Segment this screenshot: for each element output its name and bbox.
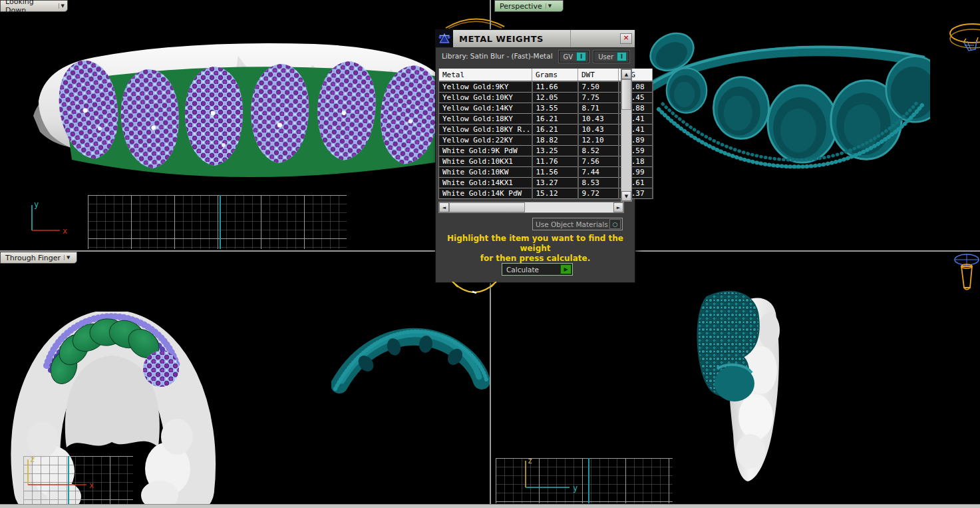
axis-label-y: y — [34, 200, 39, 209]
user-button-label: User — [598, 53, 613, 61]
wireframe-ring-icon — [947, 19, 980, 72]
gimbal-arc-top — [444, 16, 506, 29]
viewport-label-text: Perspective — [500, 2, 542, 11]
vertical-scroll-thumb[interactable] — [621, 79, 631, 110]
viewport-label-perspective[interactable]: Perspective ▼ — [494, 0, 564, 12]
gv-button[interactable]: GV I — [559, 51, 589, 63]
user-button[interactable]: User I — [593, 51, 629, 63]
axis-label-z: z — [30, 455, 35, 464]
gv-indicator: I — [576, 52, 586, 61]
vertical-scrollbar[interactable]: ▲ ▼ — [621, 69, 632, 202]
axis-gizmo-bottom-right: z y — [519, 453, 599, 494]
column-header[interactable]: Grams — [532, 69, 578, 81]
upper-jaw-pave-model — [33, 35, 440, 198]
metal-weights-dialog: METAL WEIGHTS × Library: Satin Blur - (F… — [435, 29, 635, 283]
calculate-button[interactable]: Calculate ▶ — [502, 263, 573, 276]
value-cell: 11.56 — [532, 167, 578, 178]
window-bottom-edge — [0, 504, 980, 508]
axis-label-x: x — [89, 481, 94, 490]
column-header[interactable]: Metal — [439, 69, 532, 81]
chevron-down-icon[interactable]: ▼ — [546, 3, 554, 9]
user-indicator: I — [617, 52, 627, 61]
dialog-titlebar[interactable]: METAL WEIGHTS × — [436, 30, 635, 48]
metal-name-cell: Yellow Gold:22KY — [439, 135, 532, 146]
value-cell: 11.66 — [532, 81, 578, 93]
calculate-arrow-icon: ▶ — [560, 264, 572, 274]
instruction-line-2: for then press calculate. — [436, 254, 635, 264]
metal-name-cell: Yellow Gold:10KY — [439, 93, 532, 103]
value-cell: 8.53 — [578, 178, 619, 188]
viewport-label-text: Looking Down — [5, 0, 55, 15]
use-object-materials-dropdown[interactable]: Use Object Materials ○ — [532, 218, 623, 230]
use-object-materials-label: Use Object Materials — [536, 220, 608, 228]
column-header[interactable]: DWT — [578, 69, 619, 81]
viewport-label-through-finger[interactable]: Through Finger ▼ — [0, 252, 77, 264]
instruction-text: Highlight the item you want to find the … — [436, 234, 635, 264]
axis-label-y: y — [573, 483, 577, 493]
value-cell: 15.12 — [532, 188, 578, 199]
metal-name-cell: White Gold:9K PdW — [439, 146, 532, 156]
scale-icon — [436, 30, 453, 47]
metal-name-cell: White Gold:14KX1 — [439, 178, 532, 188]
viewport-label-looking-down[interactable]: Looking Down ▼ — [0, 0, 68, 12]
metal-name-cell: Yellow Gold:9KY — [439, 81, 532, 93]
axis-gizmo-bottom-left: z x — [20, 454, 100, 493]
titlebar-spacer — [571, 30, 620, 47]
metal-name-cell: White Gold:10KX1 — [439, 156, 532, 167]
library-label: Library: Satin Blur - (Fast)-Metal — [442, 52, 553, 60]
value-cell: 16.21 — [532, 125, 578, 135]
teal-arch-small-model — [331, 326, 490, 398]
value-cell: 12.05 — [532, 93, 578, 103]
value-cell: 18.82 — [532, 135, 578, 146]
instruction-line-1: Highlight the item you want to find the … — [436, 234, 635, 254]
axis-gizmo-top-left: y x — [24, 198, 71, 236]
value-cell: 16.21 — [532, 114, 578, 125]
horizontal-scrollbar[interactable]: ◄ ► — [438, 202, 624, 213]
grid-axis-line — [220, 195, 221, 249]
scroll-left-icon[interactable]: ◄ — [439, 202, 449, 212]
metal-name-cell: Yellow Gold:14KY — [439, 103, 532, 114]
value-cell: 7.44 — [578, 167, 619, 178]
scroll-up-icon[interactable]: ▲ — [621, 69, 631, 79]
dialog-title: METAL WEIGHTS — [453, 30, 571, 47]
gv-button-label: GV — [564, 53, 573, 61]
calculate-button-label: Calculate — [506, 266, 539, 274]
metal-name-cell: White Gold:14K PdW — [439, 188, 532, 199]
value-cell: 7.56 — [578, 156, 619, 167]
scroll-right-icon[interactable]: ► — [613, 202, 623, 212]
value-cell: 12.10 — [578, 135, 619, 146]
value-cell: 8.52 — [578, 146, 619, 156]
value-cell: 7.50 — [578, 81, 619, 93]
value-cell: 11.76 — [532, 156, 578, 167]
jaw-profile-pave-model — [687, 284, 796, 491]
value-cell: 7.75 — [578, 93, 619, 103]
teal-bridge-model — [640, 24, 930, 178]
value-cell: 9.72 — [578, 188, 619, 199]
metal-weights-table-container: MetalGramsDWTSPG Yellow Gold:9KY11.667.5… — [438, 69, 623, 199]
value-cell: 8.71 — [578, 103, 619, 114]
metal-name-cell: White Gold:10KW — [439, 167, 532, 178]
ring-through-finger-icon — [953, 252, 980, 293]
horizontal-scroll-thumb[interactable] — [449, 202, 525, 212]
chevron-down-icon[interactable]: ▼ — [59, 3, 67, 9]
chevron-down-icon[interactable]: ▼ — [64, 255, 72, 260]
application-window: Looking Down ▼ y x Perspective ▼ — [0, 0, 980, 508]
metal-name-cell: Yellow Gold:18KY — [439, 114, 532, 125]
value-cell: 13.55 — [532, 103, 578, 114]
value-cell: 10.43 — [578, 114, 619, 125]
gimbal-arc-bottom — [451, 282, 498, 298]
cplane-grid-top-left — [88, 195, 347, 249]
viewport-label-text: Through Finger — [5, 254, 61, 262]
scroll-down-icon[interactable]: ▼ — [621, 191, 631, 201]
metal-name-cell: Yellow Gold:18KY R... — [439, 125, 532, 135]
axis-label-z: z — [528, 456, 532, 465]
value-cell: 13.27 — [532, 178, 578, 188]
value-cell: 10.43 — [578, 125, 619, 135]
value-cell: 13.25 — [532, 146, 578, 156]
close-icon[interactable]: × — [620, 33, 632, 44]
materials-circle-icon[interactable]: ○ — [609, 219, 621, 229]
axis-label-x: x — [63, 226, 67, 236]
